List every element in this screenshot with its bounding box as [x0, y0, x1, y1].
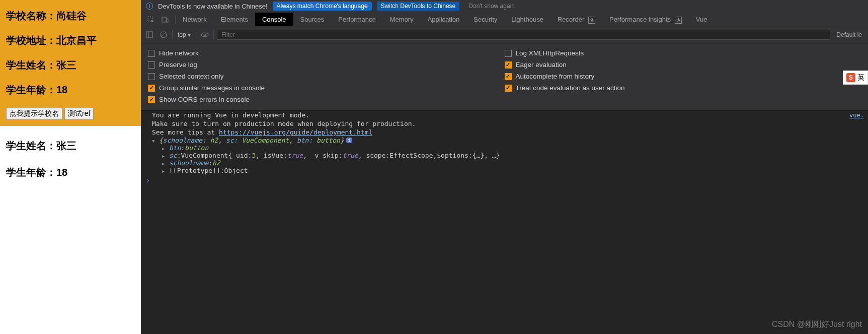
app-panel: 学校名称：尚硅谷 学校地址：北京昌平 学生姓名：张三 学生年龄：18 点我提示学… — [0, 0, 141, 334]
svg-rect-1 — [162, 17, 166, 22]
treat-code-label: Treat code evaluation as user action — [516, 84, 625, 92]
hide-network-label: Hide network — [159, 49, 199, 57]
console-toolbar: top ▾ Default le — [141, 27, 868, 42]
filter-input[interactable] — [217, 30, 830, 40]
tab-console[interactable]: Console — [255, 13, 293, 26]
preserve-log-checkbox[interactable] — [148, 61, 155, 69]
school-name-row: 学校名称：尚硅谷 — [6, 9, 135, 23]
devtools-panel: i DevTools is now available in Chinese! … — [141, 0, 868, 334]
watermark: CSDN @刚刚好Just right — [772, 319, 862, 330]
ime-indicator[interactable]: S 英 — [843, 71, 868, 85]
student-box: 学生姓名：张三 学生年龄：18 — [0, 126, 141, 202]
autocomplete-checkbox[interactable] — [505, 73, 512, 80]
always-match-button[interactable]: Always match Chrome's language — [273, 2, 372, 11]
selected-context-label: Selected context only — [159, 73, 223, 80]
ime-lang: 英 — [857, 73, 864, 82]
autocomplete-label: Autocomplete from history — [516, 73, 595, 80]
info-icon: i — [146, 3, 153, 10]
object-summary[interactable]: {schoolname: h2, sc: VueComponent, btn: … — [141, 137, 868, 144]
show-cors-label: Show CORS errors in console — [159, 96, 250, 103]
preserve-log-label: Preserve log — [159, 61, 197, 69]
console-output: vue. You are running Vue in development … — [141, 111, 868, 334]
deployment-link[interactable]: https://vuejs.org/guide/deployment.html — [219, 128, 372, 136]
tab-recorder[interactable]: Recorder ⚗ — [550, 13, 602, 27]
info-text: DevTools is now available in Chinese! — [158, 3, 268, 10]
svg-rect-2 — [167, 19, 168, 22]
log-levels-select[interactable]: Default le — [833, 31, 865, 38]
tab-elements[interactable]: Elements — [214, 13, 255, 26]
tab-vue[interactable]: Vue — [689, 13, 715, 26]
object-prop-btn[interactable]: btn: button — [141, 144, 868, 152]
caret-right-icon[interactable] — [162, 167, 167, 174]
devtools-tabs: Network Elements Console Sources Perform… — [141, 12, 868, 27]
eager-eval-checkbox[interactable] — [505, 61, 512, 69]
log-line: See more tips at https://vuejs.org/guide… — [141, 128, 868, 137]
caret-right-icon[interactable] — [162, 152, 167, 159]
log-xhr-label: Log XMLHttpRequests — [516, 49, 584, 57]
test-ref-button[interactable]: 测试ref — [64, 108, 94, 120]
device-icon[interactable] — [161, 16, 169, 24]
log-line: Make sure to turn on production mode whe… — [141, 119, 868, 128]
clear-console-icon[interactable] — [158, 29, 169, 40]
hide-network-checkbox[interactable] — [148, 50, 155, 57]
object-prop-schoolname[interactable]: schoolname: h2 — [141, 159, 868, 167]
sidebar-toggle-icon[interactable] — [144, 29, 155, 40]
group-similar-checkbox[interactable] — [148, 85, 155, 92]
eager-eval-label: Eager evaluation — [516, 61, 567, 69]
student-name-row-2: 学生姓名：张三 — [6, 139, 135, 153]
student-age-row: 学生年龄：18 — [6, 83, 135, 97]
alert-school-button[interactable]: 点我提示学校名 — [6, 108, 62, 120]
caret-right-icon[interactable] — [162, 144, 167, 152]
tab-sources[interactable]: Sources — [293, 13, 332, 26]
svg-line-6 — [162, 33, 166, 37]
console-prompt[interactable]: › — [141, 174, 868, 186]
live-expression-icon[interactable] — [199, 29, 210, 40]
sogou-icon: S — [846, 73, 855, 82]
tab-application[interactable]: Application — [421, 13, 467, 26]
svg-rect-3 — [146, 32, 152, 38]
school-box: 学校名称：尚硅谷 学校地址：北京昌平 学生姓名：张三 学生年龄：18 点我提示学… — [0, 0, 141, 126]
tab-memory[interactable]: Memory — [383, 13, 421, 26]
student-age-row-2: 学生年龄：18 — [6, 166, 135, 179]
flask-icon: ⚗ — [588, 17, 595, 24]
inspect-icon[interactable] — [147, 16, 155, 24]
group-similar-label: Group similar messages in console — [159, 84, 265, 92]
switch-chinese-button[interactable]: Switch DevTools to Chinese — [377, 2, 460, 11]
dont-show-button[interactable]: Don't show again — [464, 2, 519, 11]
tab-performance[interactable]: Performance — [331, 13, 382, 26]
caret-right-icon[interactable] — [162, 159, 167, 167]
caret-down-icon[interactable] — [152, 137, 157, 144]
selected-context-checkbox[interactable] — [148, 73, 155, 80]
svg-point-7 — [201, 33, 208, 37]
object-prop-sc[interactable]: sc: VueComponent {_uid: 3, _isVue: true,… — [141, 152, 868, 159]
language-info-bar: i DevTools is now available in Chinese! … — [141, 0, 868, 12]
context-select[interactable]: top ▾ — [176, 31, 193, 38]
tab-performance-insights[interactable]: Performance insights ⚗ — [602, 13, 689, 27]
log-xhr-checkbox[interactable] — [505, 50, 512, 57]
object-prototype[interactable]: [[Prototype]]: Object — [141, 167, 868, 174]
show-cors-checkbox[interactable] — [148, 96, 155, 103]
tab-security[interactable]: Security — [466, 13, 504, 26]
tab-network[interactable]: Network — [176, 13, 214, 26]
info-badge-icon[interactable]: i — [346, 138, 352, 143]
school-addr-row: 学校地址：北京昌平 — [6, 34, 135, 47]
svg-point-8 — [204, 34, 206, 36]
log-line: You are running Vue in development mode. — [141, 111, 868, 119]
student-name-row: 学生姓名：张三 — [6, 58, 135, 72]
flask-icon: ⚗ — [675, 17, 682, 24]
tab-lighthouse[interactable]: Lighthouse — [504, 13, 550, 26]
console-settings: Hide network Preserve log Selected conte… — [141, 42, 868, 111]
treat-code-checkbox[interactable] — [505, 85, 512, 92]
